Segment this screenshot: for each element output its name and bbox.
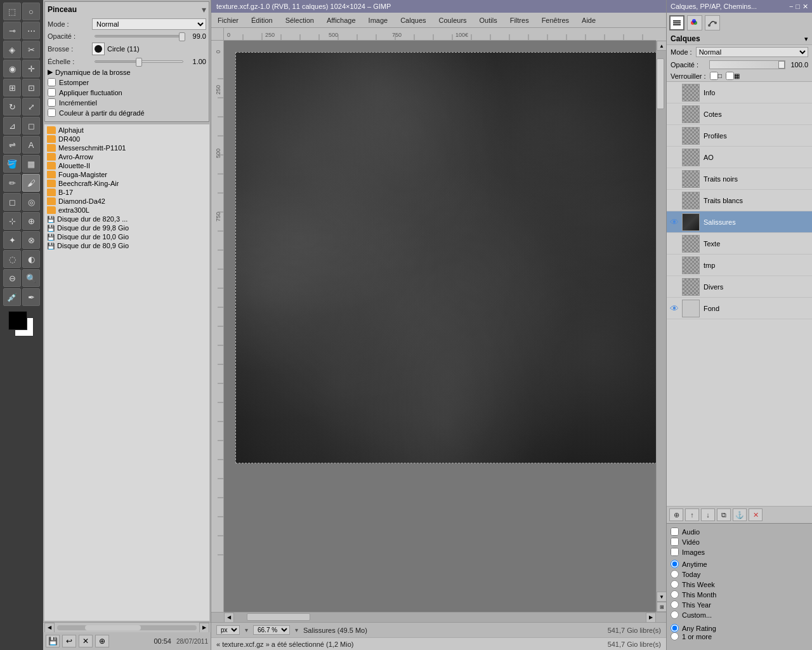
layer-visibility-traits-noirs[interactable] [669,174,679,184]
tool-dodge[interactable]: ◐ [22,250,40,268]
tool-ellipse-select[interactable]: ○ [22,3,40,20]
color-swatch[interactable] [8,311,35,338]
tool-by-color[interactable]: ◈ [3,41,21,58]
menu-image[interactable]: Image [365,15,392,25]
canvas-container[interactable] [224,41,656,612]
resize-corner[interactable]: ⊞ [657,602,666,612]
scroll-right-btn[interactable]: ▶ [199,623,209,633]
layer-visibility-profiles[interactable] [669,131,679,141]
list-item[interactable]: Beechcraft-King-Air [46,179,208,188]
layer-item-salissures[interactable]: 👁 Salissures [667,211,812,233]
layer-visibility-tmp[interactable] [669,260,679,270]
layer-visibility-info[interactable] [669,88,679,98]
layer-item-traits-noirs[interactable]: Traits noirs [667,168,812,190]
list-item[interactable]: extra300L [46,206,208,215]
menu-outils[interactable]: Outils [476,15,501,25]
brush-preview[interactable] [92,43,105,55]
tool-perspective-clone[interactable]: ⊗ [22,231,40,249]
menu-selection[interactable]: Sélection [282,15,318,25]
tool-fuzzy-select[interactable]: ⋯ [22,22,40,39]
layer-item-cotes[interactable]: Cotes [667,103,812,125]
scroll-track-vertical[interactable] [657,51,666,592]
incremental-checkbox[interactable] [48,98,56,107]
tool-blend[interactable]: ▦ [22,155,40,173]
week-radio[interactable] [671,580,679,588]
hscroll-track[interactable] [234,613,646,622]
menu-calques[interactable]: Calques [396,15,429,25]
list-item[interactable]: Avro-Arrow [46,152,208,161]
year-radio[interactable] [671,600,679,609]
tool-flip[interactable]: ⇌ [3,136,21,154]
tool-blur[interactable]: ◌ [3,250,21,268]
delete-button[interactable]: ✕ [79,635,93,647]
tool-paths[interactable]: ✒ [22,288,40,306]
images-checkbox[interactable] [671,548,679,556]
layer-mode-select[interactable]: Normal [696,47,808,57]
layer-visibility-salissures[interactable]: 👁 [669,217,679,227]
degraded-checkbox[interactable] [48,109,56,117]
tool-move[interactable]: ✛ [22,60,40,77]
tool-bucket[interactable]: 🪣 [3,155,21,173]
tool-heal[interactable]: ✦ [3,231,21,249]
file-list[interactable]: Alphajut DR400 Messerschmitt-P1101 Avro-… [44,124,209,621]
unit-select[interactable]: px [216,625,240,635]
layer-item-profiles[interactable]: Profiles [667,125,812,147]
list-item[interactable]: Alphajut [46,126,208,135]
menu-filtres[interactable]: Filtres [506,15,533,25]
scroll-down-btn[interactable]: ▼ [657,592,666,602]
menu-fichier[interactable]: Fichier [214,15,242,25]
tool-crop[interactable]: ⊡ [22,79,40,96]
month-radio[interactable] [671,590,679,599]
list-item[interactable]: B-17 [46,188,208,197]
dynamic-section[interactable]: ▶ Dynamique de la brosse [48,68,206,76]
video-checkbox[interactable] [671,538,679,546]
list-item[interactable]: 💾 Disque dur de 99,8 Gio [46,223,208,232]
fluctuation-checkbox[interactable] [48,88,56,96]
estomper-checkbox[interactable] [48,78,56,86]
menu-fenetres[interactable]: Fenêtres [538,15,573,25]
list-item[interactable]: DR400 [46,135,208,143]
scroll-up-btn[interactable]: ▲ [657,41,666,51]
custom-radio[interactable] [671,611,679,619]
save-button[interactable]: 💾 [46,635,60,647]
layers-tab[interactable] [669,15,684,30]
maximize-btn[interactable]: □ [796,3,800,11]
layers-menu-btn[interactable]: ▾ [804,35,808,43]
mode-select[interactable]: Normal [92,18,206,30]
tool-foreground[interactable]: ◉ [3,60,21,77]
new-layer-group-btn[interactable]: ⊕ [669,508,683,521]
list-item[interactable]: Fouga-Magister [46,170,208,179]
layer-item-divers[interactable]: Divers [667,276,812,298]
tool-align[interactable]: ⊞ [3,79,21,96]
tool-scissors[interactable]: ✂ [22,41,40,58]
layer-visibility-fond[interactable]: 👁 [669,303,679,314]
menu-edition[interactable]: Édition [247,15,277,25]
layer-item-texte[interactable]: Texte [667,233,812,255]
paths-tab[interactable] [705,15,720,30]
tool-eraser[interactable]: ◻ [3,193,21,211]
undo-button[interactable]: ↩ [62,635,76,647]
layer-visibility-divers[interactable] [669,282,679,292]
opacity-slider[interactable] [95,35,183,37]
tool-rotate[interactable]: ↻ [3,98,21,116]
layer-visibility-traits-blancs[interactable] [669,196,679,206]
add-button[interactable]: ⊕ [95,635,109,647]
tool-rect-select[interactable]: ⬚ [3,3,21,20]
layer-up-btn[interactable]: ↑ [685,508,699,521]
tool-free-select[interactable]: ⊸ [3,22,21,39]
zoom-select[interactable]: 66.7 % [253,625,290,635]
list-item[interactable]: Alouette-II [46,161,208,170]
layer-visibility-cotes[interactable] [669,109,679,119]
scale-slider[interactable] [95,60,183,63]
scroll-track[interactable] [57,625,197,630]
list-item[interactable]: Messerschmitt-P1101 [46,143,208,152]
one-rating-radio[interactable] [671,632,679,640]
layer-item-ao[interactable]: AO [667,147,812,168]
tool-pencil[interactable]: ✏ [3,174,21,192]
tool-scale[interactable]: ⤢ [22,98,40,116]
list-item[interactable]: 💾 Disque dur de 10,0 Gio [46,232,208,241]
tool-shear[interactable]: ⊿ [3,117,21,135]
tool-text[interactable]: A [22,136,40,154]
layer-opacity-thumb[interactable] [778,61,785,69]
vertical-scrollbar[interactable]: ▲ ▼ ⊞ [656,41,666,612]
